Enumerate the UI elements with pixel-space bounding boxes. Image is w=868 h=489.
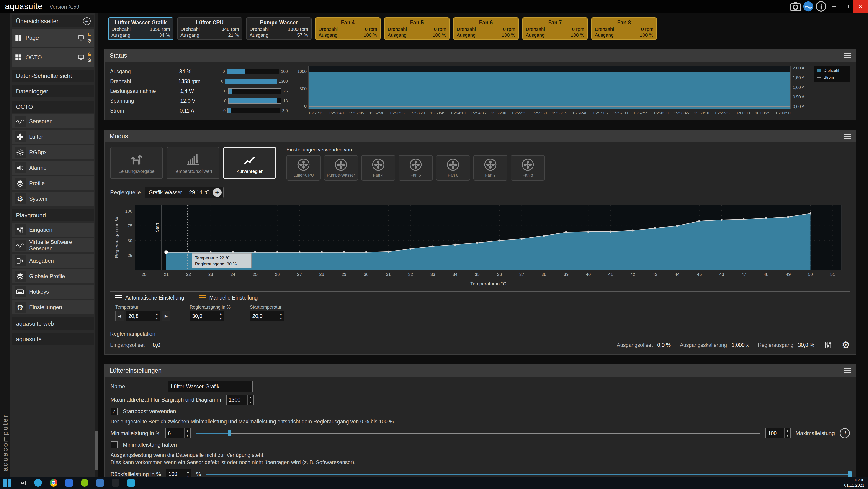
minimize-button[interactable] <box>828 0 840 12</box>
app-icon-3[interactable] <box>126 478 136 488</box>
sidebar-item-profile[interactable]: Profile <box>12 176 94 190</box>
sidebar-item-lufter[interactable]: Lüfter <box>12 130 94 144</box>
sidebar-item-system[interactable]: ⚙System <box>12 192 94 206</box>
sidebar-item-alarme[interactable]: Alarme <box>12 161 94 175</box>
min-power-slider[interactable] <box>195 429 761 437</box>
reglerausgang-in-spinner[interactable]: 30,0▲▼ <box>190 311 224 321</box>
spin-down-icon[interactable]: ▼ <box>278 316 284 321</box>
spin-down-icon[interactable]: ▼ <box>154 316 160 321</box>
start-button[interactable] <box>2 478 12 488</box>
explorer-icon[interactable] <box>64 478 74 488</box>
add-source-button[interactable]: + <box>213 188 221 197</box>
spin-up-icon[interactable]: ▲ <box>278 311 284 316</box>
status-chart-plot[interactable] <box>308 66 790 109</box>
slider-handle[interactable] <box>228 430 231 436</box>
apply-from-lufter-cpu[interactable]: Lüfter-CPU <box>286 155 321 181</box>
fan-card-lufter-cpu[interactable]: Lüfter-CPUDrehzahl346 rpmAusgang21 % <box>177 17 243 40</box>
fan-card-pumpe-wasser[interactable]: Pumpe-WasserDrehzahl1800 rpmAusgang57 % <box>246 17 311 40</box>
sidebar-page-octo[interactable]: OCTO⚙ <box>12 48 94 66</box>
card-metric-label: Ausgang <box>526 32 545 38</box>
sidebar-page-page[interactable]: Page⚙ <box>12 29 94 47</box>
fallback-spinner[interactable]: 100 ▲▼ <box>166 469 191 477</box>
app-icon-1[interactable] <box>95 478 105 488</box>
sidebar-item-ausgaben[interactable]: Ausgaben <box>12 254 94 268</box>
fan-curve-chart[interactable]: Start20212223242526272829303132333435363… <box>110 202 850 289</box>
sidebar-section-octo[interactable]: OCTO <box>12 101 94 113</box>
spin-down-icon[interactable]: ▼ <box>218 316 223 321</box>
apply-from-fan-4[interactable]: Fan 4 <box>361 155 395 181</box>
taskbar-clock[interactable]: 16:00 01.11.2021 <box>844 478 864 488</box>
max-power-spinner[interactable]: 100 ▲▼ <box>766 428 790 438</box>
sidebar-item-rgbpx[interactable]: RGBpx <box>12 145 94 159</box>
spin-down-icon[interactable]: ▼ <box>784 433 790 438</box>
apply-from-fan-8[interactable]: Fan 8 <box>511 155 545 181</box>
apply-from-fan-7[interactable]: Fan 7 <box>473 155 507 181</box>
spin-down-icon[interactable]: ▼ <box>185 474 191 477</box>
fan-card-fan-7[interactable]: Fan 7Drehzahl0 rpmAusgang100 % <box>522 17 588 40</box>
sidebar-scrollbar-thumb[interactable] <box>95 431 97 470</box>
max-rpm-spinner[interactable]: 1300 ▲▼ <box>226 395 254 405</box>
fan-name-input[interactable]: Lüfter-Wasser-Grafik <box>168 381 253 392</box>
min-power-spinner[interactable]: 6 ▲▼ <box>165 428 190 438</box>
fan-card-lufter-wasser-grafik[interactable]: Lüfter-Wasser-GrafikDrehzahl1358 rpmAusg… <box>108 17 174 40</box>
sidebar-item-eingaben[interactable]: Eingaben <box>12 223 94 237</box>
add-page-button[interactable]: + <box>83 17 91 25</box>
sidebar-scrollbar[interactable] <box>95 13 97 477</box>
startboost-checkbox[interactable]: ✓ <box>111 408 118 415</box>
fallback-slider[interactable] <box>206 470 850 477</box>
spin-down-icon[interactable]: ▼ <box>185 433 190 438</box>
sidebar-section-datenlogger[interactable]: Datenlogger <box>12 85 94 97</box>
sidebar-item-einstellungen[interactable]: ⚙Einstellungen <box>12 300 94 314</box>
fan-card-fan-5[interactable]: Fan 5Drehzahl0 rpmAusgang100 % <box>384 17 450 40</box>
apply-from-pumpe-wasser[interactable]: Pumpe-Wasser <box>324 155 358 181</box>
info-button[interactable] <box>815 0 828 12</box>
sidebar-section-daten-schnellansicht[interactable]: Daten-Schnellansicht <box>12 70 94 82</box>
sidebar-item-hotkeys[interactable]: Hotkeys <box>12 285 94 299</box>
spin-up-icon[interactable]: ▲ <box>185 428 190 433</box>
mode-temperatursollwert[interactable]: Temperatursollwert <box>166 147 219 179</box>
source-selector[interactable]: Grafik-Wasser 29,14 °C + <box>145 187 223 198</box>
apply-from-fan-5[interactable]: Fan 5 <box>399 155 433 181</box>
screenshot-button[interactable] <box>789 0 802 12</box>
sidebar-item-sensoren[interactable]: Sensoren <box>12 114 94 128</box>
automatische-einstellung-button[interactable]: Automatische Einstellung <box>115 295 184 301</box>
temperatur-spinner[interactable]: 20,8▲▼ <box>126 311 160 321</box>
close-button[interactable]: × <box>853 0 868 12</box>
sidebar-section-aquasuite-web[interactable]: aquasuite web <box>12 318 94 330</box>
mode-leistungsvorgabe[interactable]: Leistungsvorgabe <box>110 147 163 179</box>
prev-point-button[interactable]: ◀ <box>115 311 124 321</box>
info-icon[interactable]: i <box>840 428 850 438</box>
modus-panel-menu-button[interactable] <box>844 134 851 139</box>
fan-card-fan-8[interactable]: Fan 8Drehzahl0 rpmAusgang100 % <box>591 17 657 40</box>
sidebar-item-virtuelle-software-sensoren[interactable]: Virtuelle Software Sensoren <box>12 238 94 252</box>
manipulation-sliders-icon[interactable] <box>823 340 832 350</box>
task-view-icon[interactable] <box>18 478 27 488</box>
app-icon-2[interactable] <box>111 478 120 488</box>
sidebar-section-playground[interactable]: Playground <box>12 209 94 221</box>
sidebar-item-globale-profile[interactable]: Globale Profile <box>12 269 94 283</box>
hold-min-checkbox[interactable] <box>111 441 118 449</box>
aquasuite-icon[interactable] <box>80 478 89 488</box>
starttemperatur-spinner[interactable]: 20,0▲▼ <box>250 311 284 321</box>
spin-up-icon[interactable]: ▲ <box>248 395 253 400</box>
status-panel-menu-button[interactable] <box>844 53 851 58</box>
fan-card-fan-4[interactable]: Fan 4Drehzahl0 rpmAusgang100 % <box>315 17 380 40</box>
manuelle-einstellung-button[interactable]: Manuelle Einstellung <box>199 295 257 301</box>
next-point-button[interactable]: ▶ <box>162 311 170 321</box>
spin-up-icon[interactable]: ▲ <box>784 428 790 433</box>
maximize-button[interactable] <box>840 0 853 12</box>
sidebar-section-ubersichtsseiten[interactable]: Übersichtsseiten+ <box>12 15 94 27</box>
mode-kurvenregler[interactable]: Kurvenregler <box>223 147 276 179</box>
spin-up-icon[interactable]: ▲ <box>154 311 160 316</box>
manipulation-gear-icon[interactable]: ⚙ <box>842 340 850 350</box>
slider-handle[interactable] <box>848 471 851 477</box>
fan-card-fan-6[interactable]: Fan 6Drehzahl0 rpmAusgang100 % <box>453 17 519 40</box>
sidebar-section-aquasuite[interactable]: aquasuite <box>12 333 94 345</box>
chrome-icon[interactable] <box>49 478 58 488</box>
spin-up-icon[interactable]: ▲ <box>185 469 191 474</box>
spin-up-icon[interactable]: ▲ <box>218 311 223 316</box>
apply-from-fan-6[interactable]: Fan 6 <box>436 155 470 181</box>
spin-down-icon[interactable]: ▼ <box>248 400 253 404</box>
fan-settings-panel-menu-button[interactable] <box>844 368 851 373</box>
edge-icon[interactable] <box>33 478 43 488</box>
